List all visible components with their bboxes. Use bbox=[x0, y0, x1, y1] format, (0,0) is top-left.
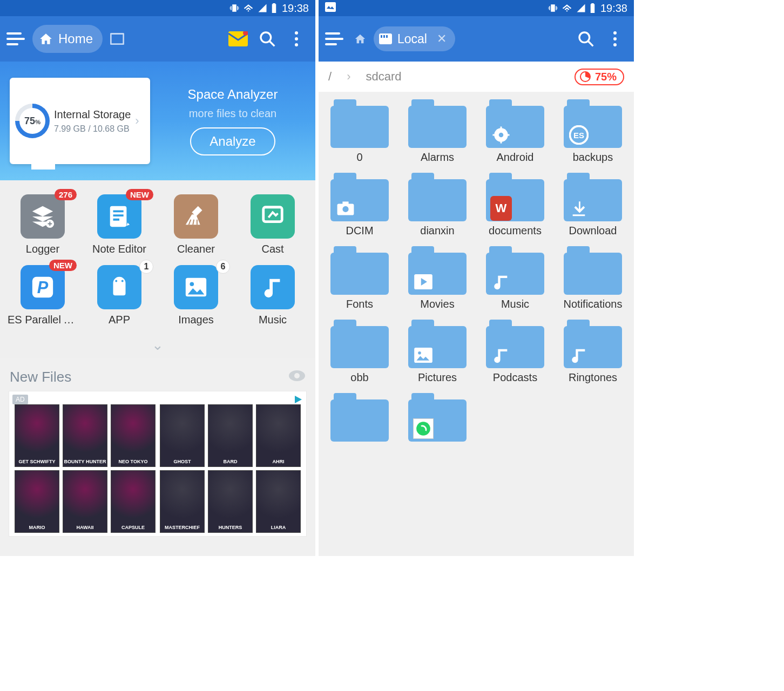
tool-parallel[interactable]: P NEW ES Parallel A… bbox=[4, 265, 81, 326]
folder-icon bbox=[330, 246, 389, 295]
svg-rect-10 bbox=[263, 207, 282, 222]
svg-point-24 bbox=[579, 32, 590, 43]
menu-button[interactable] bbox=[6, 32, 28, 45]
svg-point-6 bbox=[295, 37, 298, 40]
tool-cast[interactable]: Cast bbox=[234, 194, 311, 255]
more-button[interactable] bbox=[603, 26, 627, 51]
folder-label: Fonts bbox=[346, 298, 373, 310]
expand-button[interactable]: ⌄ bbox=[4, 336, 311, 355]
tool-label: Logger bbox=[26, 243, 59, 255]
tool-label: Music bbox=[259, 314, 287, 326]
folder-dcim[interactable]: DCIM bbox=[321, 173, 398, 236]
breadcrumb-root[interactable]: / bbox=[328, 70, 332, 84]
tool-label: Cast bbox=[261, 243, 283, 255]
ad-poster: CAPSULE bbox=[111, 470, 156, 533]
folder-extra1[interactable] bbox=[321, 393, 398, 445]
chevron-right-icon: › bbox=[135, 114, 139, 128]
tool-note[interactable]: NEW Note Editor bbox=[81, 194, 158, 255]
folder-dianxin[interactable]: dianxin bbox=[398, 173, 476, 236]
folder-android[interactable]: Android bbox=[476, 99, 554, 163]
local-screen: 19:38 Local ✕ / › sdcard 75% bbox=[319, 0, 634, 556]
window-icon bbox=[110, 33, 124, 45]
svg-rect-22 bbox=[383, 35, 385, 38]
folder-fonts[interactable]: Fonts bbox=[321, 246, 398, 310]
search-button[interactable] bbox=[255, 26, 280, 51]
home-chip[interactable]: Home bbox=[32, 25, 103, 53]
close-icon[interactable]: ✕ bbox=[437, 32, 447, 46]
svg-point-14 bbox=[121, 280, 124, 282]
music-icon bbox=[568, 344, 590, 366]
toolbar: Local ✕ bbox=[319, 16, 634, 62]
play-icon bbox=[413, 271, 434, 293]
folder-label: DCIM bbox=[346, 225, 373, 236]
visibility-icon[interactable] bbox=[288, 369, 306, 385]
broom-icon bbox=[174, 194, 218, 239]
folder-pictures[interactable]: Pictures bbox=[398, 320, 476, 383]
folder-music[interactable]: Music bbox=[476, 246, 554, 310]
svg-point-26 bbox=[613, 31, 617, 35]
more-button[interactable] bbox=[284, 26, 309, 51]
new-files-title: New Files bbox=[10, 369, 71, 385]
breadcrumb: / › sdcard 75% bbox=[319, 62, 634, 92]
folder-label: 0 bbox=[356, 151, 362, 163]
folder-ringtones[interactable]: Ringtones bbox=[554, 320, 632, 383]
toolbar: Home bbox=[0, 16, 315, 62]
ad-poster: LIARA bbox=[256, 470, 301, 533]
tool-images[interactable]: 6 Images bbox=[158, 265, 234, 326]
tool-logger[interactable]: 276 Logger bbox=[4, 194, 81, 255]
svg-rect-33 bbox=[501, 140, 502, 144]
menu-button[interactable] bbox=[325, 32, 347, 45]
analyze-button[interactable]: Analyze bbox=[190, 127, 275, 155]
folder-documents[interactable]: W documents bbox=[476, 173, 554, 236]
signal-icon bbox=[576, 3, 586, 13]
folder-icon bbox=[330, 393, 389, 442]
vibrate-icon bbox=[548, 3, 558, 13]
storage-usage-pill[interactable]: 75% bbox=[575, 69, 624, 85]
chevron-right-icon: › bbox=[347, 70, 350, 84]
battery-icon bbox=[590, 3, 595, 13]
search-button[interactable] bbox=[573, 26, 598, 51]
svg-point-3 bbox=[261, 32, 271, 43]
home-nav-icon[interactable] bbox=[351, 25, 369, 53]
folder-notifications[interactable]: Notifica­tions bbox=[554, 246, 632, 310]
folder-download[interactable]: Download bbox=[554, 173, 632, 236]
svg-point-7 bbox=[295, 43, 298, 46]
svg-rect-35 bbox=[506, 134, 510, 136]
folder-label: backups bbox=[573, 151, 613, 163]
image-icon bbox=[174, 265, 218, 309]
tool-cleaner[interactable]: Cleaner bbox=[158, 194, 234, 255]
folder-label: Notifica­tions bbox=[564, 298, 623, 310]
ad-poster: GHOST bbox=[160, 404, 205, 467]
svg-point-13 bbox=[115, 280, 117, 282]
folder-alarms[interactable]: Alarms bbox=[398, 99, 476, 163]
folder-icon bbox=[486, 320, 544, 368]
windows-chip[interactable] bbox=[107, 25, 127, 53]
folder-label: documents bbox=[489, 225, 542, 236]
local-chip[interactable]: Local ✕ bbox=[374, 26, 455, 51]
storage-card[interactable]: 75% Internal Storage 7.99 GB / 10.68 GB … bbox=[10, 78, 150, 164]
svg-point-27 bbox=[613, 37, 617, 40]
folder-0[interactable]: 0 bbox=[321, 99, 398, 163]
breadcrumb-current[interactable]: sdcard bbox=[366, 70, 401, 84]
mail-icon bbox=[228, 31, 248, 46]
folder-label: Download bbox=[569, 225, 617, 236]
svg-line-4 bbox=[269, 41, 274, 46]
folder-backups[interactable]: ES backups bbox=[554, 99, 632, 163]
folder-extra2[interactable] bbox=[398, 393, 476, 445]
music-icon bbox=[490, 344, 512, 366]
analyzer-panel: Space Analyzer more files to clean Analy… bbox=[150, 87, 315, 155]
folder-movies[interactable]: Movies bbox=[398, 246, 476, 310]
more-vert-icon bbox=[613, 31, 617, 47]
folder-podcasts[interactable]: Podcasts bbox=[476, 320, 554, 383]
svg-point-44 bbox=[416, 422, 430, 436]
ad-card[interactable]: AD GET SCHWIFTYBOUNTY HUNTERNEO TOKYOMAR… bbox=[9, 391, 307, 537]
svg-rect-32 bbox=[501, 126, 502, 130]
ad-poster: BOUNTY HUNTER bbox=[63, 404, 107, 467]
folder-icon: ES bbox=[564, 99, 622, 148]
storage-title: Internal Storage bbox=[54, 109, 131, 121]
folder-obb[interactable]: obb bbox=[321, 320, 398, 383]
tool-app[interactable]: 1 APP bbox=[81, 265, 158, 326]
tool-music[interactable]: Music bbox=[234, 265, 311, 326]
wifi-icon bbox=[244, 3, 253, 13]
mail-button[interactable] bbox=[226, 26, 251, 51]
